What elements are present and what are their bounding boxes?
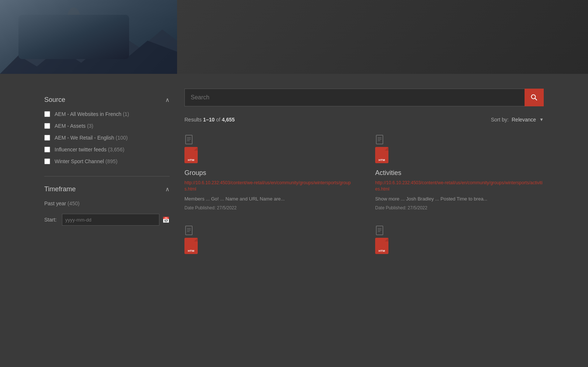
hero-image bbox=[0, 0, 177, 74]
source-filter-title: Source bbox=[44, 96, 65, 104]
doc-badge-activities: HTM bbox=[375, 147, 388, 163]
svg-line-7 bbox=[79, 44, 81, 49]
filter-divider bbox=[44, 176, 170, 176]
document-outline-icon-2 bbox=[375, 134, 385, 145]
filter-label-aem-french: AEM - All Websites in French (1) bbox=[55, 111, 129, 117]
filter-checkbox-aem-french[interactable] bbox=[44, 111, 50, 117]
svg-line-6 bbox=[81, 37, 85, 41]
result-excerpt-activities: Show more ... Josh Bradley ... Posted Ti… bbox=[375, 195, 544, 203]
search-icon bbox=[530, 94, 538, 101]
svg-line-11 bbox=[535, 99, 537, 100]
filter-label-twitter: Influencer twitter feeds (3,656) bbox=[55, 147, 124, 152]
filter-label-aem-retail: AEM - We Retail - English (100) bbox=[55, 135, 128, 141]
document-outline-icon bbox=[184, 134, 195, 145]
source-filter-section: Source ∧ AEM - All Websites in French (1… bbox=[44, 96, 170, 164]
result-title-activities[interactable]: Activities bbox=[375, 169, 544, 177]
result-url-activities[interactable]: http://10.6.10.232:4503/content/we-retai… bbox=[375, 180, 544, 192]
filter-label-aem-assets: AEM - Assets (3) bbox=[55, 123, 93, 129]
document-outline-icon-3 bbox=[184, 225, 195, 236]
sort-wrapper[interactable]: Relevance Date Title ▼ bbox=[512, 117, 544, 123]
svg-line-8 bbox=[81, 44, 84, 49]
sidebar: Source ∧ AEM - All Websites in French (1… bbox=[44, 89, 170, 352]
results-info-bar: Results 1–10 of 4,655 Sort by: Relevance… bbox=[184, 117, 544, 126]
result-title-groups[interactable]: Groups bbox=[184, 169, 353, 177]
filter-item-twitter[interactable]: Influencer twitter feeds (3,656) bbox=[44, 147, 170, 152]
search-button[interactable] bbox=[525, 89, 544, 106]
timeframe-filter-section: Timeframe ∧ Past year (450) Start: 📅 bbox=[44, 185, 170, 226]
start-date-label: Start: bbox=[44, 217, 59, 223]
filter-item-aem-assets[interactable]: AEM - Assets (3) bbox=[44, 123, 170, 129]
result-card-3: HTM bbox=[184, 225, 353, 255]
main-content: Source ∧ AEM - All Websites in French (1… bbox=[0, 74, 588, 367]
search-bar-container bbox=[184, 89, 544, 106]
page-icon-activities bbox=[375, 134, 385, 145]
hero-right-bg bbox=[177, 0, 588, 74]
filter-item-winter-sport[interactable]: Winter Sport Channel (895) bbox=[44, 158, 170, 164]
results-count-text: Results 1–10 of 4,655 bbox=[184, 117, 235, 123]
source-filter-header[interactable]: Source ∧ bbox=[44, 96, 170, 104]
svg-rect-16 bbox=[376, 135, 383, 144]
result-icon-area-4: HTM bbox=[375, 225, 544, 254]
start-date-row: Start: 📅 bbox=[44, 214, 170, 226]
result-card-groups: HTM Groups http://10.6.10.232:4503/conte… bbox=[184, 134, 353, 210]
source-collapse-icon[interactable]: ∧ bbox=[165, 96, 170, 103]
result-excerpt-groups: Members ... Go! ... Name and URL Name ar… bbox=[184, 195, 353, 203]
document-outline-icon-4 bbox=[375, 225, 385, 236]
result-icon-area-3: HTM bbox=[184, 225, 353, 254]
results-grid: HTM Groups http://10.6.10.232:4503/conte… bbox=[184, 134, 544, 255]
filter-checkbox-aem-assets[interactable] bbox=[44, 123, 50, 129]
svg-rect-24 bbox=[376, 226, 383, 235]
start-date-input[interactable] bbox=[62, 214, 159, 226]
result-date-activities: Date Published: 27/5/2022 bbox=[375, 205, 544, 210]
filter-checkbox-winter-sport[interactable] bbox=[44, 158, 50, 164]
svg-line-5 bbox=[77, 37, 81, 41]
result-icon-area-groups: HTM bbox=[184, 134, 353, 163]
filter-label-winter-sport: Winter Sport Channel (895) bbox=[55, 158, 117, 164]
result-url-groups[interactable]: http://10.6.10.232:4503/content/we-retai… bbox=[184, 180, 353, 192]
sort-select[interactable]: Relevance Date Title bbox=[512, 117, 544, 123]
result-date-groups: Date Published: 27/5/2022 bbox=[184, 205, 353, 210]
timeframe-collapse-icon[interactable]: ∧ bbox=[165, 186, 170, 193]
page-icon-4 bbox=[375, 225, 385, 236]
result-card-activities: HTM Activities http://10.6.10.232:4503/c… bbox=[375, 134, 544, 210]
sort-container: Sort by: Relevance Date Title ▼ bbox=[491, 117, 544, 123]
svg-point-3 bbox=[79, 30, 83, 35]
svg-rect-12 bbox=[186, 135, 192, 144]
hero-section bbox=[0, 0, 588, 74]
filter-item-aem-retail[interactable]: AEM - We Retail - English (100) bbox=[44, 135, 170, 141]
timeframe-filter-header[interactable]: Timeframe ∧ bbox=[44, 185, 170, 193]
filter-checkbox-twitter[interactable] bbox=[44, 147, 50, 152]
calendar-icon[interactable]: 📅 bbox=[162, 216, 170, 223]
doc-badge-groups: HTM bbox=[184, 147, 198, 163]
past-year-filter[interactable]: Past year (450) bbox=[44, 200, 170, 206]
doc-badge-3: HTM bbox=[184, 238, 198, 254]
doc-badge-4: HTM bbox=[375, 238, 388, 254]
search-input[interactable] bbox=[184, 89, 525, 106]
result-icon-area-activities: HTM bbox=[375, 134, 544, 163]
result-card-4: HTM bbox=[375, 225, 544, 255]
filter-item-aem-french[interactable]: AEM - All Websites in French (1) bbox=[44, 111, 170, 117]
content-area: Results 1–10 of 4,655 Sort by: Relevance… bbox=[184, 89, 544, 352]
page-icon-groups bbox=[184, 134, 195, 145]
timeframe-filter-title: Timeframe bbox=[44, 185, 76, 193]
page-icon-3 bbox=[184, 225, 195, 236]
filter-checkbox-aem-retail[interactable] bbox=[44, 135, 50, 141]
svg-rect-20 bbox=[186, 226, 192, 235]
svg-line-9 bbox=[84, 36, 86, 49]
svg-marker-2 bbox=[0, 41, 177, 74]
sort-by-label: Sort by: bbox=[491, 117, 509, 123]
